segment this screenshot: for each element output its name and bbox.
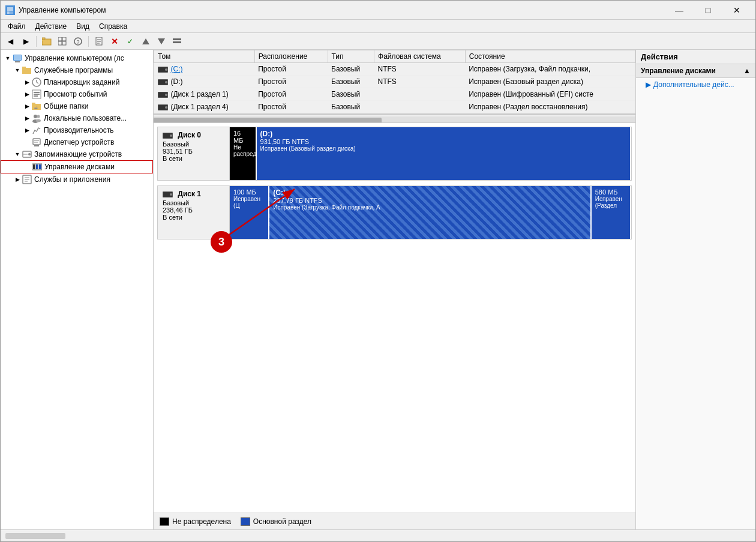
menu-bar: Файл Действие Вид Справка	[1, 20, 755, 33]
check-button[interactable]: ✓	[123, 35, 137, 48]
svg-point-63	[165, 94, 167, 96]
svg-rect-1	[7, 7, 13, 11]
menu-action[interactable]: Действие	[31, 21, 72, 32]
sidebar-item-device-manager[interactable]: Диспетчер устройств	[1, 136, 153, 148]
svg-rect-19	[173, 38, 181, 40]
events-icon	[32, 89, 41, 99]
disk-row: Диск 1 Базовый 238,46 ГБ В сети 100 МБИс…	[157, 185, 632, 239]
svg-marker-18	[158, 38, 165, 44]
volume-status: Исправен (Раздел восстановления)	[465, 101, 635, 113]
sidebar-item-disk-management[interactable]: Управление дисками	[1, 160, 153, 173]
volume-type: Базовый	[328, 101, 374, 113]
utilities-expander[interactable]: ▼	[13, 65, 22, 75]
table-row[interactable]: (C:)ПростойБазовыйNTFSИсправен (Загрузка…	[154, 63, 635, 76]
nav-down-button[interactable]	[154, 35, 169, 48]
sidebar-item-scheduler[interactable]: ▶ Планировщик заданий	[1, 76, 153, 88]
actions-more-label: Дополнительные дейс...	[653, 80, 734, 89]
volume-location: Простой	[254, 63, 328, 76]
services-label: Службы и приложения	[34, 175, 110, 184]
sidebar-root[interactable]: ▼ Управление компьютером (лс	[1, 52, 153, 64]
actions-more-item[interactable]: ▶ Дополнительные дейс...	[636, 78, 755, 91]
sidebar-item-users[interactable]: ▶ Локальные пользовате...	[1, 112, 153, 124]
menu-help[interactable]: Справка	[94, 21, 132, 32]
forward-button[interactable]: ▶	[19, 35, 33, 48]
volume-status: Исправен (Загрузка, Файл подкачки,	[465, 63, 635, 76]
title-bar: Управление компьютером — □ ✕	[1, 1, 755, 20]
svg-point-66	[165, 106, 167, 109]
menu-view[interactable]: Вид	[71, 21, 94, 32]
partition-status: Не распред	[233, 144, 252, 157]
grid-button[interactable]	[55, 35, 70, 48]
partition[interactable]: (C:)237,79 ГБ NTFSИсправен (Загрузка, Фа…	[269, 186, 592, 239]
col-type: Тип	[328, 50, 374, 63]
sidebar-item-performance[interactable]: ▶ Производительность	[1, 124, 153, 136]
volume-table-scroll[interactable]: Том Расположение Тип Файловая система Со…	[154, 50, 635, 113]
volume-fs	[374, 101, 466, 113]
folder-button[interactable]	[40, 35, 54, 48]
nav-up-button[interactable]	[139, 35, 153, 48]
devmgr-expander[interactable]	[22, 137, 32, 147]
sidebar-item-utilities[interactable]: ▼ Служебные программы	[1, 64, 153, 76]
back-button[interactable]: ◀	[3, 35, 17, 48]
svg-rect-9	[58, 41, 62, 45]
disk-name: Диск 0	[163, 131, 224, 139]
sidebar-item-shared[interactable]: ▶ ⇌ Общие папки	[1, 100, 153, 112]
partition-status: Исправен (Базовый раздел диска)	[260, 145, 626, 152]
partition-status: Исправен (Ц	[233, 196, 265, 209]
volume-status: Исправен (Шифрованный (EFI) систе	[465, 88, 635, 101]
bottom-status-bar	[1, 529, 755, 541]
root-expander[interactable]: ▼	[3, 53, 13, 63]
props-button[interactable]	[92, 35, 106, 48]
delete-button[interactable]: ✕	[107, 35, 122, 48]
disk-management-icon	[32, 162, 42, 172]
disk-name: Диск 1	[163, 190, 224, 198]
disk-management-label: Управление дисками	[44, 163, 115, 171]
actions-section-arrow-icon: ▲	[743, 67, 751, 75]
storage-expander[interactable]: ▼	[13, 149, 22, 159]
sidebar-item-services[interactable]: ▶ Службы и приложения	[1, 173, 153, 185]
volume-name: (Диск 1 раздел 1)	[154, 88, 255, 101]
svg-point-36	[34, 115, 37, 118]
legend-unallocated: Не распределена	[160, 517, 231, 526]
horizontal-scrollbar[interactable]	[154, 115, 635, 123]
table-row[interactable]: (D:)ПростойБазовыйNTFSИсправен (Базовый …	[154, 76, 635, 88]
partition[interactable]: 100 МБИсправен (Ц	[230, 186, 269, 239]
right-wrapper: Том Расположение Тип Файловая система Со…	[154, 50, 755, 529]
sidebar-item-events[interactable]: ▶ Просмотр событий	[1, 88, 153, 100]
sidebar: ▼ Управление компьютером (лс ▼ Служебные…	[1, 50, 154, 529]
svg-rect-7	[58, 37, 62, 41]
view-button[interactable]	[170, 35, 184, 48]
status-scrollbar[interactable]	[5, 533, 65, 539]
table-row[interactable]: (Диск 1 раздел 1)ПростойБазовыйИсправен …	[154, 88, 635, 101]
computer-icon	[13, 53, 22, 63]
volume-table-container: Том Расположение Тип Файловая система Со…	[154, 50, 635, 115]
maximize-button[interactable]: □	[694, 1, 722, 20]
svg-line-28	[37, 82, 38, 83]
scrollbar-thumb[interactable]	[154, 118, 382, 123]
scheduler-expander[interactable]: ▶	[22, 77, 32, 87]
close-button[interactable]: ✕	[723, 1, 751, 20]
partition[interactable]: (D:)931,50 ГБ NTFSИсправен (Базовый разд…	[257, 127, 631, 180]
device-manager-icon	[32, 137, 41, 147]
device-manager-label: Диспетчер устройств	[44, 138, 114, 146]
services-expander[interactable]: ▶	[13, 175, 22, 184]
volume-location: Простой	[254, 101, 328, 113]
menu-file[interactable]: Файл	[3, 21, 31, 32]
minimize-button[interactable]: —	[665, 1, 693, 20]
shared-expander[interactable]: ▶	[22, 101, 32, 111]
perf-expander[interactable]: ▶	[22, 125, 32, 135]
help-button[interactable]: ?	[71, 35, 85, 48]
partition[interactable]: 16 МБНе распред	[230, 127, 257, 180]
users-expander[interactable]: ▶	[22, 113, 32, 123]
folder-icon	[22, 65, 32, 75]
diskmgmt-expander[interactable]	[23, 162, 32, 172]
table-row[interactable]: (Диск 1 раздел 4)ПростойБазовыйИсправен …	[154, 101, 635, 113]
sidebar-item-storage[interactable]: ▼ Запоминающие устройств	[1, 148, 153, 160]
partition[interactable]: 580 МБИсправен (Раздел	[592, 186, 631, 239]
partition-size: 580 МБ	[595, 188, 626, 196]
events-expander[interactable]: ▶	[22, 89, 32, 99]
volume-name: (Диск 1 раздел 4)	[154, 101, 255, 113]
actions-section-title-disk[interactable]: Управление дисками ▲	[636, 64, 755, 78]
storage-icon	[22, 149, 32, 159]
legend-box-unallocated	[160, 517, 169, 526]
